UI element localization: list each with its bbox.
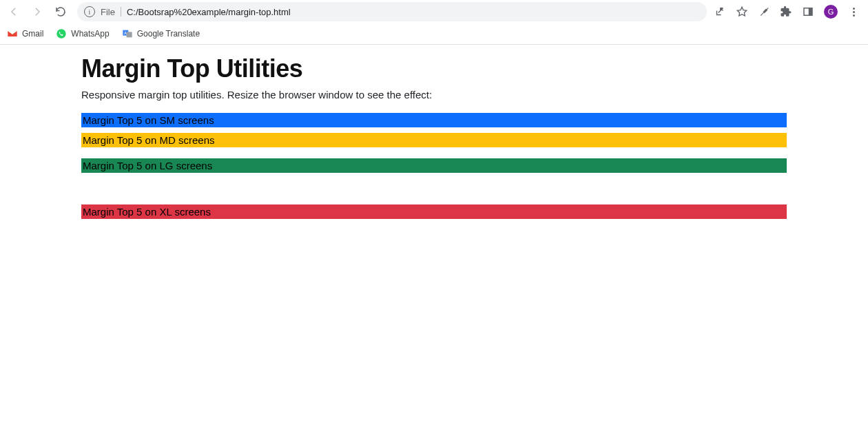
bookmark-star-button[interactable] (736, 6, 748, 18)
color-picker-extension[interactable] (758, 6, 770, 18)
panel-icon (802, 6, 814, 18)
arrow-right-icon (31, 6, 43, 18)
svg-point-2 (57, 29, 66, 38)
bookmark-gmail[interactable]: Gmail (7, 28, 43, 39)
kebab-icon (853, 8, 855, 17)
star-icon (736, 6, 748, 18)
address-bar[interactable]: i File C:/Bootsrap%20example/margin-top.… (77, 2, 707, 21)
container: Margin Top Utilities Responsive margin t… (81, 54, 787, 219)
url-divider (121, 7, 121, 17)
translate-icon: A (122, 28, 133, 39)
forward-button[interactable] (28, 2, 47, 21)
avatar-letter: G (828, 8, 834, 16)
browser-chrome: i File C:/Bootsrap%20example/margin-top.… (0, 0, 868, 45)
bookmarks-bar: Gmail WhatsApp A Google Translate (0, 23, 868, 44)
reload-button[interactable] (51, 2, 70, 21)
bookmark-google-translate[interactable]: A Google Translate (122, 28, 200, 39)
url-scheme-label: File (101, 7, 115, 17)
bookmark-label: WhatsApp (71, 29, 109, 39)
profile-avatar[interactable]: G (824, 5, 838, 19)
reload-icon (54, 6, 67, 18)
page-content: Margin Top Utilities Responsive margin t… (0, 45, 868, 219)
svg-rect-1 (809, 8, 812, 16)
puzzle-icon (780, 6, 792, 18)
margin-bar-sm: Margin Top 5 on SM screens (81, 113, 787, 127)
margin-bar-md: Margin Top 5 on MD screens (81, 133, 787, 147)
bookmark-whatsapp[interactable]: WhatsApp (56, 28, 109, 39)
chrome-menu-button[interactable] (847, 6, 860, 18)
gmail-icon (7, 28, 18, 39)
arrow-left-icon (8, 6, 20, 18)
site-info-icon[interactable]: i (84, 6, 95, 17)
toolbar-right-icons: G (714, 5, 864, 19)
eyedropper-icon (758, 6, 770, 18)
side-panel-button[interactable] (802, 6, 814, 18)
margin-bar-xl: Margin Top 5 on XL screens (81, 204, 787, 219)
margin-bar-lg: Margin Top 5 on LG screens (81, 158, 787, 173)
share-button[interactable] (714, 6, 726, 18)
bookmark-label: Google Translate (137, 29, 200, 39)
browser-toolbar: i File C:/Bootsrap%20example/margin-top.… (0, 0, 868, 23)
back-button[interactable] (4, 2, 23, 21)
share-icon (714, 6, 726, 18)
page-lead: Responsive margin top utilities. Resize … (81, 89, 787, 101)
page-title: Margin Top Utilities (81, 54, 787, 83)
url-text: C:/Bootsrap%20example/margin-top.html (127, 7, 291, 17)
svg-text:A: A (124, 31, 127, 35)
bookmark-label: Gmail (22, 29, 43, 39)
svg-rect-4 (126, 32, 132, 37)
extensions-button[interactable] (780, 6, 792, 18)
whatsapp-icon (56, 28, 67, 39)
